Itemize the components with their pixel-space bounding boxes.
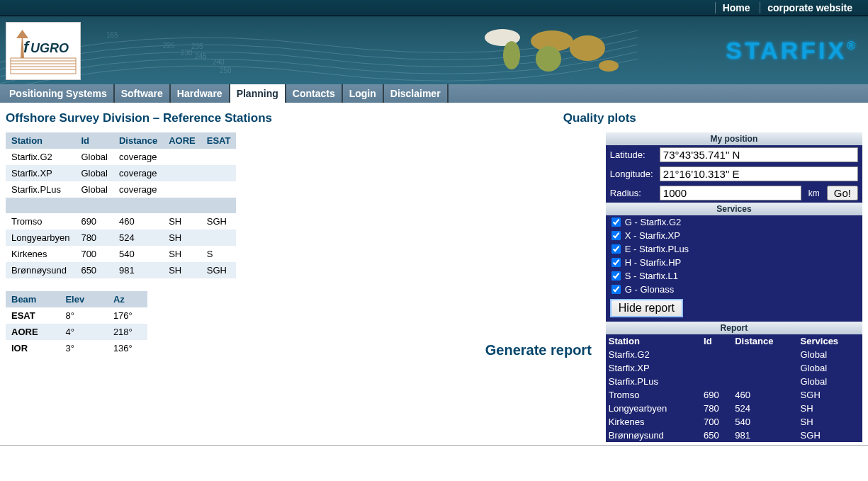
service-glo: G - Glonass [606, 283, 862, 296]
service-g2: G - Starfix.G2 [606, 215, 862, 229]
table-row: Starfix.PLusGlobalcoverage [6, 181, 236, 198]
corporate-link[interactable]: corporate website [760, 2, 859, 13]
banner: 165225230 235245240250 UGRO f STARFIX® [0, 16, 868, 84]
latitude-label: Latitude: [610, 149, 655, 160]
starfix-logo: STARFIX® [726, 37, 858, 64]
table-row: Starfix.XPGlobal [606, 361, 862, 375]
table-row: Tromso690460SGH [606, 388, 862, 402]
service-label: S - Starfix.L1 [625, 271, 678, 281]
col-id: Id [75, 132, 113, 149]
home-link[interactable]: Home [715, 2, 757, 13]
table-row: AORE4°218° [6, 324, 147, 340]
svg-text:245: 245 [195, 52, 207, 60]
table-row: Brønnøysund650981SHSGH [6, 262, 236, 278]
longitude-input[interactable] [660, 166, 858, 181]
nav-tab-contacts[interactable]: Contacts [286, 84, 343, 103]
svg-point-21 [599, 60, 619, 72]
side-panel: My position Latitude: Longitude: Radius:… [606, 132, 862, 442]
svg-text:250: 250 [220, 67, 232, 74]
service-plus: E - Starfix.PLus [606, 242, 862, 256]
svg-rect-7 [11, 58, 76, 74]
nav-tab-hardware[interactable]: Hardware [171, 84, 230, 103]
generate-report-link[interactable]: Generate report [272, 342, 606, 358]
svg-text:165: 165 [106, 31, 118, 39]
service-checkbox-plus[interactable] [611, 244, 621, 254]
service-label: G - Starfix.G2 [625, 217, 681, 227]
quality-plots-title: Quality plots [563, 111, 862, 125]
table-row: Starfix.G2Globalcoverage [6, 149, 236, 165]
table-row: ESAT8°176° [6, 307, 147, 324]
svg-text:f: f [23, 38, 30, 56]
nav-tab-planning[interactable]: Planning [230, 84, 286, 103]
table-row: Kirkenes700540SHS [6, 246, 236, 262]
service-checkbox-g2[interactable] [611, 217, 621, 227]
svg-text:UGRO: UGRO [30, 41, 69, 55]
service-l1: S - Starfix.L1 [606, 269, 862, 283]
world-map [478, 23, 633, 80]
latitude-input[interactable] [660, 147, 858, 162]
col-beam: Beam [6, 291, 60, 307]
footer-divider [0, 445, 868, 446]
table-row: Tromso690460SHSGH [6, 213, 236, 230]
radius-unit: km [806, 188, 823, 198]
svg-point-17 [503, 41, 520, 69]
svg-point-19 [536, 46, 561, 72]
svg-text:240: 240 [213, 58, 225, 66]
col-station: Station [6, 132, 75, 149]
service-hp: H - Starfix.HP [606, 256, 862, 269]
radius-input[interactable] [660, 186, 801, 200]
nav-tab-positioning-systems[interactable]: Positioning Systems [3, 84, 115, 103]
table-row: Brønnøysund650981SGH [606, 429, 862, 442]
col-station: Station [606, 334, 701, 348]
svg-text:235: 235 [191, 43, 203, 50]
table-row: Kirkenes700540SH [606, 415, 862, 429]
report-header: Report [606, 322, 862, 334]
services-header: Services [606, 203, 862, 215]
go-button[interactable]: Go! [827, 186, 858, 200]
table-row: Longyearbyen780524SH [6, 230, 236, 246]
col-az: Az [108, 291, 147, 307]
service-label: G - Glonass [625, 284, 674, 295]
service-checkbox-l1[interactable] [611, 271, 621, 281]
col-esat: ESAT [201, 132, 237, 149]
nav-tab-disclaimer[interactable]: Disclaimer [384, 84, 449, 103]
service-xp: X - Starfix.XP [606, 229, 862, 242]
col-aore: AORE [163, 132, 201, 149]
service-label: H - Starfix.HP [625, 257, 681, 268]
report-table: StationIdDistanceServices Starfix.G2Glob… [606, 334, 862, 442]
fugro-logo: UGRO f [6, 22, 81, 80]
stations-table: StationIdDistanceAOREESAT Starfix.G2Glob… [6, 132, 236, 278]
hide-report-button[interactable]: Hide report [610, 299, 683, 317]
service-checkbox-xp[interactable] [611, 231, 621, 240]
nav-tab-login[interactable]: Login [343, 84, 384, 103]
svg-point-20 [570, 35, 605, 61]
svg-text:225: 225 [163, 42, 175, 50]
table-row: Starfix.XPGlobalcoverage [6, 165, 236, 181]
main-nav: Positioning SystemsSoftwareHardwarePlann… [0, 84, 868, 103]
nav-tab-software[interactable]: Software [115, 84, 171, 103]
table-row: Starfix.PLusGlobal [606, 375, 862, 388]
table-row: Longyearbyen780524SH [606, 402, 862, 415]
svg-marker-13 [16, 30, 28, 38]
service-checkbox-glo[interactable] [611, 285, 621, 294]
table-row: IOR3°136° [6, 340, 147, 356]
col-services: Services [798, 334, 862, 348]
longitude-label: Longitude: [610, 169, 655, 179]
radius-label: Radius: [610, 188, 655, 198]
col-id: Id [701, 334, 732, 348]
service-label: E - Starfix.PLus [625, 244, 689, 254]
my-position-header: My position [606, 132, 862, 145]
service-checkbox-hp[interactable] [611, 258, 621, 267]
page-title: Offshore Survey Division – Reference Sta… [6, 111, 272, 125]
col-distance: Distance [732, 334, 797, 348]
col-distance: Distance [113, 132, 163, 149]
table-row: Starfix.G2Global [606, 348, 862, 361]
col-elev: Elev [60, 291, 107, 307]
topbar: Home corporate website [0, 0, 868, 16]
beams-table: BeamElevAz ESAT8°176°AORE4°218°IOR3°136° [6, 291, 147, 356]
service-label: X - Starfix.XP [625, 230, 680, 241]
